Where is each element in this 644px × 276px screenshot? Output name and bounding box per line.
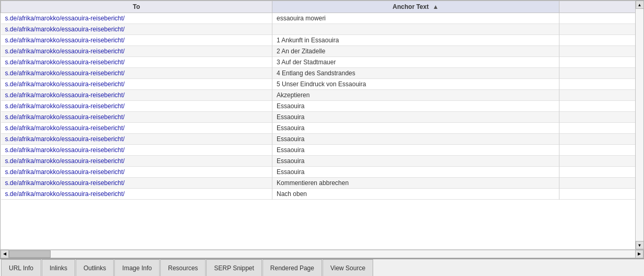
cell-to[interactable]: s.de/afrika/marokko/essaouira-reiseberic… [1,134,272,145]
cell-to[interactable]: s.de/afrika/marokko/essaouira-reiseberic… [1,189,272,200]
cell-extra [559,68,636,79]
table-row: s.de/afrika/marokko/essaouira-reiseberic… [1,35,636,46]
table-row: s.de/afrika/marokko/essaouira-reiseberic… [1,101,636,112]
table-row: s.de/afrika/marokko/essaouira-reiseberic… [1,123,636,134]
horizontal-scrollbar[interactable]: ◀ ▶ [1,249,643,258]
table-row: s.de/afrika/marokko/essaouira-reiseberic… [1,112,636,123]
cell-anchor: Akzeptieren [272,90,559,101]
cell-to[interactable]: s.de/afrika/marokko/essaouira-reiseberic… [1,101,272,112]
cell-anchor: 2 An der Zitadelle [272,46,559,57]
cell-extra [559,189,636,200]
cell-extra [559,178,636,189]
cell-anchor: 5 Unser Eindruck von Essaouira [272,79,559,90]
cell-extra [559,46,636,57]
sort-arrow-icon: ▲ [433,3,439,10]
table-row: s.de/afrika/marokko/essaouira-reiseberic… [1,68,636,79]
cell-to[interactable]: s.de/afrika/marokko/essaouira-reiseberic… [1,112,272,123]
cell-anchor: essaouira moweri [272,13,559,24]
cell-extra [559,156,636,167]
cell-extra [559,112,636,123]
tab-bar: URL InfoInlinksOutlinksImage InfoResourc… [0,258,644,276]
tab-url-info[interactable]: URL Info [1,259,41,276]
table-row: s.de/afrika/marokko/essaouira-reiseberic… [1,178,636,189]
cell-extra [559,57,636,68]
cell-extra [559,167,636,178]
cell-anchor: 1 Ankunft in Essaouira [272,35,559,46]
table-row: s.de/afrika/marokko/essaouira-reiseberic… [1,189,636,200]
cell-to[interactable]: s.de/afrika/marokko/essaouira-reiseberic… [1,156,272,167]
cell-anchor: Essaouira [272,156,559,167]
cell-extra [559,35,636,46]
cell-extra [559,123,636,134]
cell-anchor: Essaouira [272,112,559,123]
vertical-scrollbar[interactable]: ▲ ▼ [635,1,643,249]
tab-image-info[interactable]: Image Info [114,259,160,276]
cell-extra [559,79,636,90]
cell-anchor: Essaouira [272,145,559,156]
tab-serp-snippet[interactable]: SERP Snippet [206,259,262,276]
tab-inlinks[interactable]: Inlinks [42,259,75,276]
cell-extra [559,24,636,35]
table-row: s.de/afrika/marokko/essaouira-reiseberic… [1,24,636,35]
cell-to[interactable]: s.de/afrika/marokko/essaouira-reiseberic… [1,123,272,134]
table-row: s.de/afrika/marokko/essaouira-reiseberic… [1,46,636,57]
table-row: s.de/afrika/marokko/essaouira-reiseberic… [1,90,636,101]
horizontal-scrollbar-track[interactable] [9,250,635,258]
tab-resources[interactable]: Resources [160,259,206,276]
cell-to[interactable]: s.de/afrika/marokko/essaouira-reiseberic… [1,13,272,24]
scroll-down-button[interactable]: ▼ [636,241,644,249]
cell-extra [559,134,636,145]
cell-anchor: 4 Entlang des Sandstrandes [272,68,559,79]
tab-outlinks[interactable]: Outlinks [76,259,114,276]
cell-to[interactable]: s.de/afrika/marokko/essaouira-reiseberic… [1,24,272,35]
cell-to[interactable]: s.de/afrika/marokko/essaouira-reiseberic… [1,145,272,156]
table-row: s.de/afrika/marokko/essaouira-reiseberic… [1,57,636,68]
table-row: s.de/afrika/marokko/essaouira-reiseberic… [1,156,636,167]
cell-anchor: Kommentieren abbrechen [272,178,559,189]
scroll-right-button[interactable]: ▶ [635,250,643,258]
cell-extra [559,13,636,24]
cell-to[interactable]: s.de/afrika/marokko/essaouira-reiseberic… [1,167,272,178]
horizontal-scrollbar-thumb[interactable] [9,250,51,258]
scroll-left-button[interactable]: ◀ [1,250,9,258]
table-row: s.de/afrika/marokko/essaouira-reiseberic… [1,134,636,145]
cell-to[interactable]: s.de/afrika/marokko/essaouira-reiseberic… [1,35,272,46]
tab-view-source[interactable]: View Source [323,259,373,276]
cell-to[interactable]: s.de/afrika/marokko/essaouira-reiseberic… [1,178,272,189]
cell-to[interactable]: s.de/afrika/marokko/essaouira-reiseberic… [1,79,272,90]
cell-anchor: Essaouira [272,167,559,178]
cell-extra [559,90,636,101]
cell-to[interactable]: s.de/afrika/marokko/essaouira-reiseberic… [1,46,272,57]
cell-extra [559,101,636,112]
cell-anchor [272,24,559,35]
column-header-anchor[interactable]: Anchor Text ▲ [272,1,559,13]
cell-anchor: Essaouira [272,101,559,112]
cell-to[interactable]: s.de/afrika/marokko/essaouira-reiseberic… [1,68,272,79]
table-row: s.de/afrika/marokko/essaouira-reiseberic… [1,13,636,24]
cell-anchor: Essaouira [272,134,559,145]
scroll-up-button[interactable]: ▲ [636,1,644,9]
cell-to[interactable]: s.de/afrika/marokko/essaouira-reiseberic… [1,90,272,101]
cell-anchor: 3 Auf der Stadtmauer [272,57,559,68]
scrollbar-track[interactable] [636,9,643,249]
table-row: s.de/afrika/marokko/essaouira-reiseberic… [1,167,636,178]
cell-to[interactable]: s.de/afrika/marokko/essaouira-reiseberic… [1,57,272,68]
cell-anchor: Essaouira [272,123,559,134]
cell-anchor: Nach oben [272,189,559,200]
cell-extra [559,145,636,156]
column-header-extra [559,1,636,13]
table-row: s.de/afrika/marokko/essaouira-reiseberic… [1,79,636,90]
tab-rendered-page[interactable]: Rendered Page [263,259,322,276]
table-row: s.de/afrika/marokko/essaouira-reiseberic… [1,145,636,156]
column-header-to[interactable]: To [1,1,272,13]
